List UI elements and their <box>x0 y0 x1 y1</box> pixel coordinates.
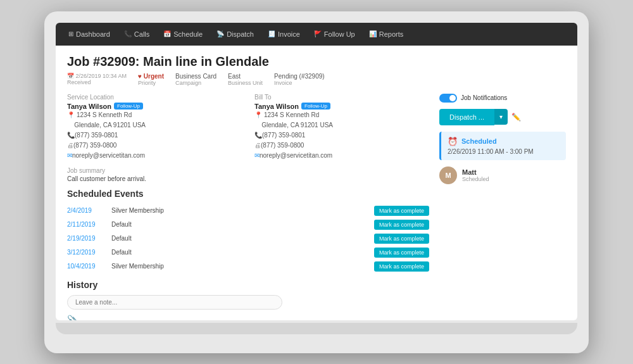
event-type: Default <box>111 249 374 256</box>
meta-campaign: Business Card Campaign <box>175 73 216 86</box>
navbar: ⊞Dashboard📞Calls📅Schedule📡Dispatch🧾Invoi… <box>56 23 577 46</box>
history-section: History 📎 All (3)Events (2)Calls (1)Note… <box>67 280 429 320</box>
nav-item-dashboard[interactable]: ⊞Dashboard <box>62 28 116 41</box>
mark-complete-button[interactable]: Mark as complete <box>374 220 429 230</box>
events-table: 2/4/2019 Silver Membership Mark as compl… <box>67 204 429 273</box>
event-date[interactable]: 3/12/2019 <box>67 249 111 256</box>
note-input[interactable] <box>67 295 282 310</box>
edit-icon[interactable]: ✏️ <box>511 113 521 122</box>
table-row: 10/4/2019 Silver Membership Mark as comp… <box>67 260 429 273</box>
meta-invoice: Pending (#32909) Invoice <box>274 73 325 86</box>
nav-item-calls[interactable]: 📞Calls <box>118 28 156 41</box>
main-content: Job #32909: Main line in Glendale 📅 2/26… <box>56 46 577 320</box>
meta-received: 📅 2/26/2019 10:34 AM Received <box>67 73 127 86</box>
nav-icon: 🚩 <box>314 30 322 37</box>
two-column-layout: Service Location Tanya Wilson Follow-Up … <box>67 94 566 320</box>
service-bill-row: Service Location Tanya Wilson Follow-Up … <box>67 94 429 161</box>
page-title: Job #32909: Main line in Glendale <box>67 54 566 69</box>
nav-icon: 📞 <box>124 30 132 37</box>
meta-business-unit: East Business Unit <box>228 73 263 86</box>
right-column: Job Notifications Dispatch ... ▾ ✏️ ⏰ Sc… <box>439 94 566 320</box>
table-row: 2/4/2019 Silver Membership Mark as compl… <box>67 204 429 218</box>
nav-item-invoice[interactable]: 🧾Invoice <box>261 28 306 41</box>
nav-icon: 📊 <box>369 30 377 37</box>
scheduled-events-title: Scheduled Events <box>67 189 429 199</box>
event-date[interactable]: 2/4/2019 <box>67 207 111 214</box>
dispatch-button[interactable]: Dispatch ... <box>439 109 494 125</box>
mark-complete-button[interactable]: Mark as complete <box>374 248 429 258</box>
dispatch-row: Dispatch ... ▾ ✏️ <box>439 109 566 125</box>
nav-item-dispatch[interactable]: 📡Dispatch <box>210 28 260 41</box>
job-notifications: Job Notifications <box>439 94 566 103</box>
mark-complete-button[interactable]: Mark as complete <box>374 261 429 272</box>
paperclip-icon[interactable]: 📎 <box>67 315 429 320</box>
nav-icon: 📅 <box>163 30 171 37</box>
bill-to-section: Bill To Tanya Wilson Follow-Up 📍1234 S K… <box>254 94 429 161</box>
dispatch-dropdown-button[interactable]: ▾ <box>494 109 508 125</box>
nav-icon: ⊞ <box>68 30 73 37</box>
scheduled-card: ⏰ Scheduled 2/26/2019 11:00 AM - 3:00 PM <box>439 132 566 160</box>
nav-item-follow up[interactable]: 🚩Follow Up <box>308 28 361 41</box>
nav-icon: 🧾 <box>268 30 275 37</box>
meta-priority: ♥ Urgent Priority <box>138 73 164 86</box>
technician-avatar: M <box>439 166 457 184</box>
nav-icon: 📡 <box>216 30 224 37</box>
event-type: Default <box>111 235 374 242</box>
event-date[interactable]: 10/4/2019 <box>67 263 111 270</box>
mark-complete-button[interactable]: Mark as complete <box>374 234 429 244</box>
service-location-name: Tanya Wilson Follow-Up <box>67 103 242 110</box>
event-type: Default <box>111 221 374 228</box>
mark-complete-button[interactable]: Mark as complete <box>374 206 429 216</box>
event-date[interactable]: 2/19/2019 <box>67 235 111 242</box>
nav-item-reports[interactable]: 📊Reports <box>363 28 410 41</box>
service-location-section: Service Location Tanya Wilson Follow-Up … <box>67 94 242 161</box>
technician-row: M Matt Scheduled <box>439 166 566 184</box>
nav-item-schedule[interactable]: 📅Schedule <box>157 28 209 41</box>
table-row: 2/11/2019 Default Mark as complete <box>67 218 429 232</box>
event-type: Silver Membership <box>111 263 374 270</box>
left-column: Service Location Tanya Wilson Follow-Up … <box>67 94 429 320</box>
notifications-toggle[interactable] <box>439 94 457 103</box>
clock-icon: ⏰ <box>448 137 458 146</box>
event-type: Silver Membership <box>111 207 374 214</box>
bill-to-name: Tanya Wilson Follow-Up <box>254 103 429 110</box>
table-row: 2/19/2019 Default Mark as complete <box>67 232 429 246</box>
meta-row: 📅 2/26/2019 10:34 AM Received ♥ Urgent P… <box>67 73 566 86</box>
table-row: 3/12/2019 Default Mark as complete <box>67 246 429 260</box>
job-summary: Job summary Call customer before arrival… <box>67 167 429 182</box>
event-date[interactable]: 2/11/2019 <box>67 221 111 228</box>
